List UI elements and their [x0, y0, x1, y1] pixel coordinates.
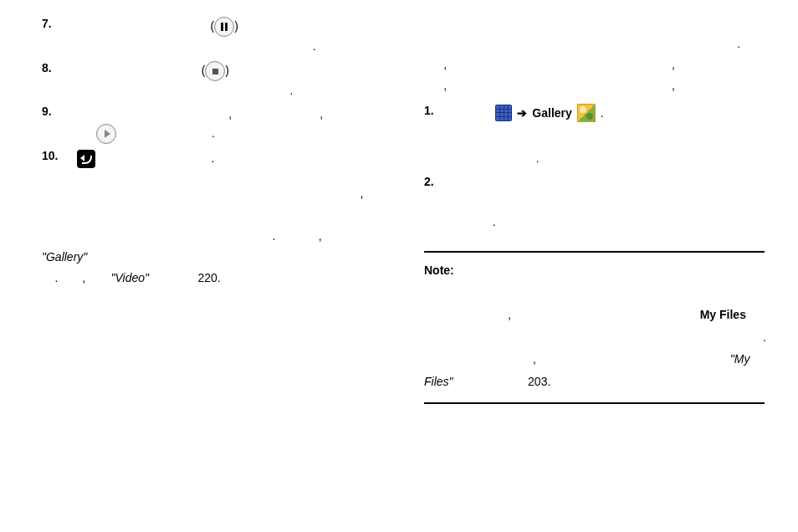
right-column: When you take a photo the file is saved … [399, 0, 798, 421]
page-203: 203. [528, 375, 550, 388]
item-8-pre: Touch the Stop button ( [77, 64, 198, 77]
right-list-item-1: 1. Touch ➔ Gallery . All of your photos [424, 104, 765, 168]
item-number: 10. [42, 149, 77, 162]
pause-icon [214, 17, 234, 37]
gallery-label: Gallery [532, 104, 571, 122]
note-body-1: If no control icons are displayed on the… [424, 263, 753, 299]
item-number: 1. [424, 104, 459, 117]
gallery-ref: "Gallery" [42, 250, 87, 263]
apps-icon [495, 105, 512, 121]
item-7-pre: Touch the Pause button ( [77, 19, 207, 33]
item-number: 2. [424, 175, 459, 188]
para-a: After saving a video, you can access var… [42, 187, 361, 200]
item-9-body: Once the file has been saved [77, 107, 228, 120]
list-item-8: 8. Touch the Stop button ( () ) to stop … [42, 61, 374, 100]
list-item-7: 7. Touch the Pause button ( () ) to stop… [42, 17, 374, 56]
note-body-2: folder. For more information, refer to [540, 352, 730, 366]
list-item-10: 10. to return to the viewer. [42, 149, 374, 168]
item-2-body: Select a folder and touch a file to open… [459, 177, 735, 209]
note-page-prefix: on page 203. [456, 375, 524, 388]
right-list-item-2: 2. Select a folder and touch a file to o… [424, 175, 765, 231]
play-icon [96, 124, 116, 144]
right-intro: When you take a photo the file is saved … [424, 33, 765, 97]
stop-icon [205, 61, 225, 81]
list-item-9: 9. Once the file has been saved, touch t… [42, 105, 374, 144]
item-number: 9. [42, 105, 77, 118]
gallery-icon [577, 104, 596, 122]
on-page-text: on page [152, 271, 198, 284]
note-label: Note: [424, 263, 454, 277]
item-number: 7. [42, 17, 77, 30]
video-ref: "Video" [111, 271, 150, 284]
my-files-bold: My Files [700, 308, 746, 321]
touch-pre: Touch [459, 104, 490, 122]
note-block: Note: If no control icons are displayed … [424, 251, 765, 405]
para-b: image viewer. For more information, refe… [42, 229, 272, 243]
left-column: 7. Touch the Pause button ( () ) to stop… [0, 0, 399, 421]
back-icon [77, 150, 95, 168]
postline: All of your photos and videos are listed… [459, 133, 736, 165]
arrow-icon: ➔ [517, 104, 527, 122]
item-number: 8. [42, 61, 77, 74]
page-220: 220. [197, 271, 220, 284]
period: . [601, 104, 604, 122]
left-paragraph: After saving a video, you can access var… [42, 183, 374, 289]
